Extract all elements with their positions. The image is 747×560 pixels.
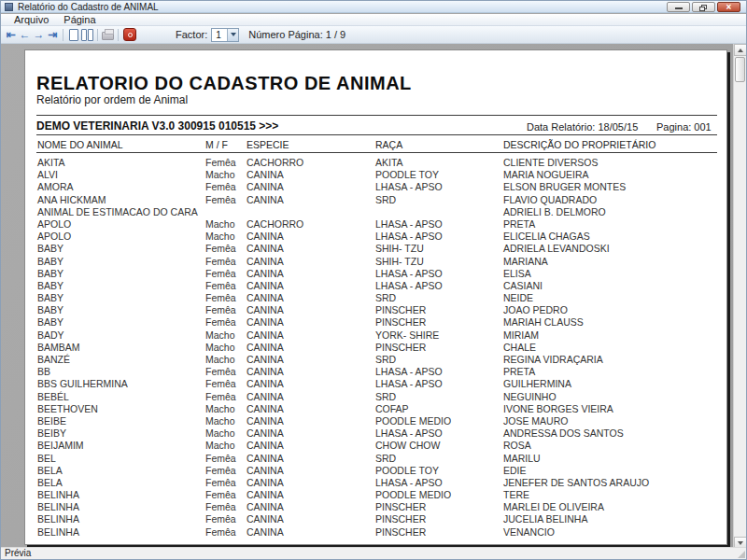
- two-page-view-button[interactable]: [80, 28, 94, 42]
- next-page-button[interactable]: →: [32, 28, 46, 42]
- table-cell: ELISA: [503, 268, 531, 280]
- column-header-proprietario: DESCRIÇÃO DO PROPRIETÁRIO: [503, 139, 655, 150]
- table-cell: PRETA: [503, 366, 535, 378]
- table-cell: LHASA - APSO: [375, 427, 443, 440]
- table-cell: YORK- SHIRE: [375, 329, 439, 342]
- page-number-label: Número Página: 1 / 9: [248, 29, 345, 40]
- close-button[interactable]: ×: [717, 2, 740, 12]
- table-cell: SRD: [375, 292, 396, 304]
- status-text: Prévia: [1, 548, 31, 559]
- table-cell: BANZÉ: [37, 354, 70, 366]
- menu-pagina[interactable]: Página: [56, 14, 103, 26]
- table-cell: CANINA: [247, 489, 284, 501]
- table-cell: BEETHOVEN: [37, 403, 98, 415]
- table-row: ALVIMachoCANINAPOODLE TOYMARIA NOGUEIRA: [25, 169, 726, 181]
- table-cell: MARIA NOGUEIRA: [503, 169, 589, 181]
- table-cell: EDIE: [503, 465, 527, 477]
- table-cell: CANINA: [247, 440, 284, 452]
- table-cell: FLAVIO QUADRADO: [503, 194, 597, 206]
- table-cell: CANINA: [247, 403, 284, 415]
- table-cell: JOAO PEDRO: [503, 304, 568, 316]
- title-bar: Relatório do Cadastro de ANIMAL ×: [1, 1, 746, 13]
- menu-arquivo[interactable]: Arquivo: [7, 14, 56, 26]
- chevron-down-icon: [227, 29, 238, 41]
- table-cell: PINSCHER: [375, 526, 426, 539]
- table-row: BELINHAFemêaCANINAPINSCHERVENANCIO: [25, 526, 726, 539]
- report-date: Data Relatório: 18/05/15: [527, 121, 638, 133]
- restore-button[interactable]: [692, 2, 715, 12]
- table-cell: Femêa: [205, 243, 236, 255]
- table-cell: MARILU: [503, 453, 541, 465]
- table-row: BABYFemêaCANINALHASA - APSOELISA: [25, 268, 726, 280]
- table-cell: Macho: [205, 354, 235, 366]
- table-cell: BEIJAMIM: [37, 440, 84, 452]
- table-cell: Femêa: [205, 304, 236, 316]
- exit-button[interactable]: [123, 28, 136, 41]
- table-row: BABYFemêaCANINAPINSCHERMARIAH CLAUSS: [25, 316, 726, 329]
- table-cell: Femêa: [205, 194, 236, 206]
- table-cell: LHASA - APSO: [375, 280, 443, 292]
- table-cell: Femêa: [205, 513, 236, 525]
- table-cell: SRD: [375, 194, 396, 206]
- table-row: BELINHAFemêaCANINAPOODLE MEDIOTERE: [25, 489, 726, 501]
- exit-icon: [128, 33, 133, 37]
- table-cell: Macho: [205, 440, 235, 452]
- table-cell: Femêa: [205, 477, 236, 489]
- previous-page-button[interactable]: ←: [18, 28, 32, 42]
- print-button[interactable]: [101, 28, 115, 42]
- table-cell: CLIENTE DIVERSOS: [503, 157, 599, 169]
- table-cell: APOLO: [37, 231, 71, 243]
- minimize-button[interactable]: [667, 2, 690, 12]
- table-cell: Macho: [205, 329, 235, 342]
- table-cell: BABY: [37, 316, 63, 329]
- table-cell: POODLE MEDIO: [375, 415, 451, 427]
- single-page-view-button[interactable]: [66, 28, 80, 42]
- column-header-raca: RAÇA: [375, 139, 402, 150]
- table-row: BEIBEMachoCANINAPOODLE MEDIOJOSE MAURO: [25, 415, 726, 427]
- table-cell: TERE: [503, 489, 529, 501]
- column-header-especie: ESPECIE: [247, 139, 289, 150]
- first-page-button[interactable]: ⇤: [4, 28, 18, 42]
- table-cell: CANINA: [247, 366, 284, 378]
- table-cell: CANINA: [247, 453, 284, 465]
- table-cell: SHIH- TZU: [375, 243, 424, 255]
- table-cell: CANINA: [247, 268, 284, 280]
- table-cell: CANINA: [247, 391, 284, 403]
- table-row: BAMBAMMachoCANINAPINSCHERCHALE: [25, 342, 726, 354]
- table-cell: Femêa: [205, 268, 236, 280]
- table-cell: CANINA: [247, 304, 284, 316]
- table-cell: BADY: [37, 329, 64, 342]
- table-cell: CANINA: [247, 427, 284, 440]
- table-cell: BAMBAM: [37, 342, 80, 354]
- table-cell: BABY: [37, 280, 63, 292]
- toolbar: ⇤ ← → ⇥ Factor: 1 Número Página: 1 / 9: [1, 26, 746, 44]
- table-row: APOLOMachoCANINALHASA - APSOELICELIA CHA…: [25, 231, 726, 243]
- table-cell: CHOW CHOW: [375, 440, 440, 452]
- table-cell: CANINA: [247, 526, 284, 539]
- table-cell: SHIH- TZU: [375, 256, 424, 268]
- table-cell: CANINA: [247, 256, 284, 268]
- table-cell: BABY: [37, 256, 63, 268]
- table-row: APOLOMachoCACHORROLHASA - APSOPRETA: [25, 218, 726, 231]
- scrollbar-thumb[interactable]: [735, 57, 745, 82]
- table-cell: AKITA: [37, 157, 65, 169]
- table-cell: AKITA: [375, 157, 403, 169]
- table-cell: VENANCIO: [503, 526, 555, 539]
- column-header-nome: NOME DO ANIMAL: [37, 139, 123, 150]
- last-page-button[interactable]: ⇥: [46, 28, 60, 42]
- table-cell: ADRIELI B. DELMORO: [503, 206, 606, 218]
- resize-grip[interactable]: [738, 551, 745, 558]
- table-cell: ADRIELA LEVANDOSKI: [503, 243, 610, 255]
- table-row: ANA HICKMAMFemêaCANINASRDFLAVIO QUADRADO: [25, 194, 726, 206]
- table-cell: LHASA - APSO: [375, 181, 443, 193]
- scroll-up-icon[interactable]: [734, 44, 746, 56]
- table-cell: BABY: [37, 243, 63, 255]
- report-page-number: Pagina: 001: [656, 121, 712, 133]
- table-cell: Femêa: [205, 453, 236, 465]
- table-cell: PINSCHER: [375, 304, 426, 316]
- table-cell: NEGUINHO: [503, 391, 557, 403]
- factor-dropdown[interactable]: 1: [211, 28, 239, 42]
- table-cell: Femêa: [205, 501, 236, 513]
- vertical-scrollbar[interactable]: [733, 44, 746, 549]
- table-cell: Femêa: [205, 465, 236, 477]
